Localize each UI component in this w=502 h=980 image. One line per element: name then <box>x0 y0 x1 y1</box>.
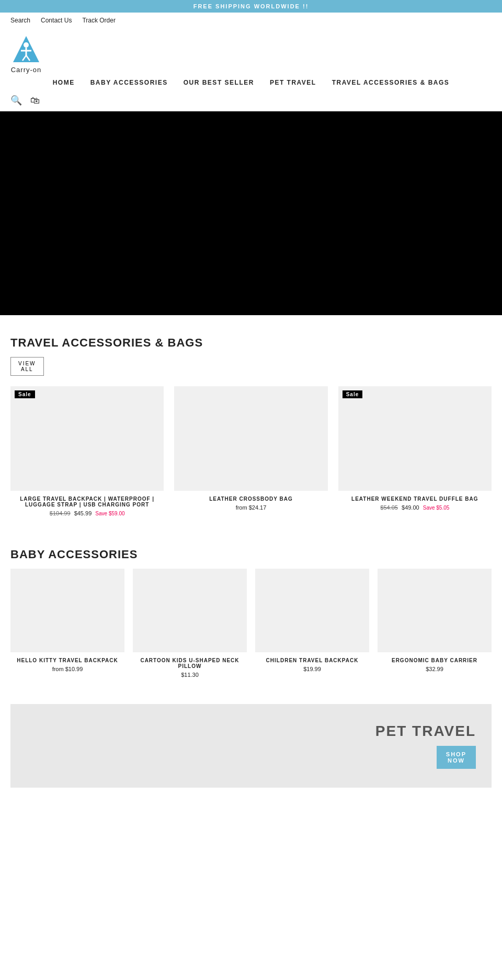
product-card: HELLO KITTY TRAVEL BACKPACK from $10.99 <box>10 569 124 678</box>
baby-product-grid: HELLO KITTY TRAVEL BACKPACK from $10.99 … <box>10 569 492 678</box>
contact-link[interactable]: Contact Us <box>41 17 72 24</box>
travel-product-grid: Sale LARGE TRAVEL BACKPACK | WATERPROOF … <box>10 386 492 516</box>
product-name: LEATHER WEEKEND TRAVEL DUFFLE BAG <box>338 496 492 502</box>
product-name: LEATHER CROSSBODY BAG <box>174 496 327 502</box>
product-image: Sale <box>338 386 492 491</box>
main-nav: HOME BABY ACCESSORIES OUR BEST SELLER PE… <box>0 74 502 91</box>
cart-icon: 🛍 <box>30 95 40 106</box>
logo-area[interactable]: Carry-on <box>10 33 42 74</box>
save-text: Save $5.05 <box>423 505 450 511</box>
product-price: $19.99 <box>255 666 369 672</box>
baby-section-title: BABY ACCESSORIES <box>10 548 492 561</box>
product-price: $54.05 $49.00 Save $5.05 <box>338 504 492 511</box>
pet-travel-banner: PET TRAVEL SHOPNOW <box>10 704 492 788</box>
baby-section: BABY ACCESSORIES HELLO KITTY TRAVEL BACK… <box>0 527 502 688</box>
sale-price: $45.99 <box>74 510 92 516</box>
product-price: $11.30 <box>133 672 247 678</box>
hero-banner <box>0 111 502 315</box>
product-name: CARTOON KIDS U-SHAPED NECK PILLOW <box>133 658 247 669</box>
search-icon: 🔍 <box>10 95 22 106</box>
nav-travel-accessories[interactable]: TRAVEL ACCESSORIES & BAGS <box>332 79 450 86</box>
save-text: Save $59.00 <box>95 511 124 516</box>
pet-travel-content: PET TRAVEL SHOPNOW <box>375 723 476 769</box>
top-banner: FREE SHIPPING WORLDWIDE !! <box>0 0 502 13</box>
product-price: $32.99 <box>378 666 492 672</box>
pet-travel-title: PET TRAVEL <box>375 723 476 740</box>
product-image <box>174 386 327 491</box>
banner-text: FREE SHIPPING WORLDWIDE !! <box>193 3 309 9</box>
product-image <box>378 569 492 652</box>
price: $11.30 <box>181 672 199 678</box>
price: $32.99 <box>426 666 443 672</box>
product-image <box>133 569 247 652</box>
logo-icon <box>10 33 42 65</box>
header: Carry-on <box>0 28 502 74</box>
product-price: from $10.99 <box>10 666 124 672</box>
product-card: Sale LARGE TRAVEL BACKPACK | WATERPROOF … <box>10 386 164 516</box>
product-card: CARTOON KIDS U-SHAPED NECK PILLOW $11.30 <box>133 569 247 678</box>
utility-nav: Search Contact Us Track Order <box>0 13 502 28</box>
nav-best-seller[interactable]: OUR BEST SELLER <box>184 79 254 86</box>
product-card: LEATHER CROSSBODY BAG from $24.17 <box>174 386 327 516</box>
product-card: ERGONOMIC BABY CARRIER $32.99 <box>378 569 492 678</box>
sale-badge: Sale <box>15 390 35 398</box>
svg-point-1 <box>24 42 29 48</box>
search-button[interactable]: 🔍 <box>10 95 22 106</box>
original-price: $54.05 <box>380 504 398 511</box>
icon-bar: 🔍 🛍 <box>0 91 502 111</box>
product-card: CHILDREN TRAVEL BACKPACK $19.99 <box>255 569 369 678</box>
product-image <box>10 569 124 652</box>
product-name: CHILDREN TRAVEL BACKPACK <box>255 658 369 663</box>
price: $19.99 <box>303 666 321 672</box>
track-order-link[interactable]: Track Order <box>82 17 116 24</box>
product-name: HELLO KITTY TRAVEL BACKPACK <box>10 658 124 663</box>
product-name: ERGONOMIC BABY CARRIER <box>378 658 492 663</box>
product-image: Sale <box>10 386 164 491</box>
product-name: LARGE TRAVEL BACKPACK | WATERPROOF | LUG… <box>10 496 164 508</box>
bottom-space <box>0 788 502 829</box>
original-price: $104.99 <box>50 510 71 516</box>
nav-home[interactable]: HOME <box>53 79 75 86</box>
view-all-travel-button[interactable]: VIEWALL <box>10 357 44 376</box>
product-card: Sale LEATHER WEEKEND TRAVEL DUFFLE BAG $… <box>338 386 492 516</box>
nav-baby-accessories[interactable]: BABY ACCESSORIES <box>90 79 168 86</box>
sale-badge: Sale <box>343 390 363 398</box>
search-link[interactable]: Search <box>10 17 30 24</box>
from-price: from $10.99 <box>52 666 83 672</box>
product-price: from $24.17 <box>174 504 327 511</box>
cart-button[interactable]: 🛍 <box>30 95 40 106</box>
product-price: $104.99 $45.99 Save $59.00 <box>10 510 164 516</box>
nav-pet-travel[interactable]: PET TRAVEL <box>270 79 316 86</box>
travel-section-title: TRAVEL ACCESSORIES & BAGS <box>10 336 492 350</box>
travel-section: TRAVEL ACCESSORIES & BAGS VIEWALL Sale L… <box>0 315 502 527</box>
shop-now-button[interactable]: SHOPNOW <box>437 746 476 769</box>
logo-text: Carry-on <box>11 66 42 74</box>
product-image <box>255 569 369 652</box>
sale-price: $49.00 <box>402 504 419 511</box>
from-price: from $24.17 <box>236 504 267 511</box>
